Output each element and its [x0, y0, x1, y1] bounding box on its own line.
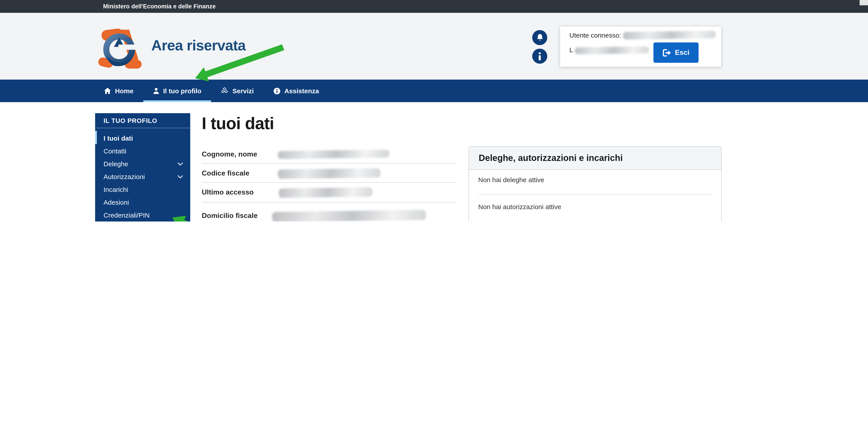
page-app-title: Area riservata: [151, 37, 246, 54]
user-name-redacted: [623, 31, 716, 40]
active-tab-underline: [143, 100, 211, 102]
services-cubes-icon: [221, 87, 228, 95]
connected-user-label: Utente connesso:: [569, 31, 621, 39]
main-nav: Home Il tuo profilo Servizi: [94, 79, 329, 102]
sidebar-item-contatti[interactable]: Contatti: [95, 144, 190, 158]
status-row: Non hai autorizzazioni attive: [478, 203, 561, 210]
user-code-redacted: [575, 46, 649, 55]
sidebar-item-label: Autorizzazioni: [103, 173, 145, 180]
logout-label: Esci: [675, 48, 689, 57]
user-code-prefix: L: [569, 46, 573, 54]
info-icon: [538, 52, 541, 60]
row-separator: [202, 163, 456, 164]
profile-row-label: Domicilio fiscale: [202, 212, 258, 220]
profile-row-label: Ultimo accesso: [202, 188, 254, 196]
sidebar-item-label: Incarichi: [103, 186, 128, 193]
chevron-down-icon: [177, 175, 183, 178]
logout-icon: [662, 49, 671, 56]
card-header: Deleghe, autorizzazioni e incarichi: [469, 147, 721, 170]
surname-name-redacted: [278, 149, 389, 159]
area-riservata-page: Ministero dell'Economia e delle Finanze …: [0, 0, 868, 222]
sidebar-item-label: I tuoi dati: [103, 134, 133, 142]
nav-item-assistenza[interactable]: Assistenza: [264, 79, 329, 102]
sidebar-item-label: Deleghe: [103, 160, 128, 168]
sidebar-menu: I tuoi dati Contatti Deleghe Autorizzazi…: [95, 132, 190, 222]
profile-sidebar: IL TUO PROFILO I tuoi dati Contatti Dele…: [95, 113, 190, 222]
row-separator: [202, 182, 456, 182]
sidebar-title: IL TUO PROFILO: [103, 117, 157, 124]
assistance-info-icon: [273, 87, 280, 94]
bell-icon: [536, 34, 544, 41]
sidebar-item-label: Credenziali/PIN: [103, 211, 150, 219]
nav-label: Servizi: [232, 87, 254, 95]
sidebar-item-autorizzazioni[interactable]: Autorizzazioni: [95, 170, 190, 183]
nav-label: Assistenza: [284, 87, 319, 95]
scrollbar-notch: [860, 0, 868, 5]
fiscal-domicile-redacted: [272, 210, 426, 222]
nav-label: Il tuo profilo: [163, 87, 201, 95]
sidebar-item-incarichi[interactable]: Incarichi: [95, 183, 190, 196]
home-icon: [104, 88, 111, 94]
ministry-label: Ministero dell'Economia e delle Finanze: [103, 0, 216, 13]
card-title: Deleghe, autorizzazioni e incarichi: [479, 153, 623, 163]
row-separator: [478, 195, 712, 195]
nav-label: Home: [115, 87, 133, 95]
sidebar-divider: [95, 128, 190, 128]
logout-button[interactable]: Esci: [653, 42, 699, 63]
sidebar-item-adesioni[interactable]: Adesioni: [95, 196, 190, 209]
deleghe-card: Deleghe, autorizzazioni e incarichi Non …: [468, 146, 721, 222]
last-access-redacted: [279, 187, 373, 198]
page-title: I tuoi dati: [202, 114, 274, 133]
user-icon: [153, 88, 159, 94]
sidebar-item-label: Contatti: [103, 147, 126, 155]
status-row: Non hai deleghe attive: [478, 176, 545, 183]
agenzia-entrate-logo: [98, 26, 143, 69]
sidebar-item-deleghe[interactable]: Deleghe: [95, 158, 190, 170]
nav-item-servizi[interactable]: Servizi: [211, 79, 264, 102]
sidebar-item-i-tuoi-dati[interactable]: I tuoi dati: [95, 132, 190, 144]
nav-item-home[interactable]: Home: [94, 79, 143, 102]
row-separator: [202, 202, 456, 203]
profile-row-label: Cognome, nome: [202, 150, 257, 158]
chevron-down-icon: [177, 162, 183, 166]
profile-row-label: Codice fiscale: [202, 169, 249, 177]
fiscal-code-redacted: [278, 168, 381, 179]
info-button[interactable]: [532, 48, 547, 64]
sidebar-item-label: Adesioni: [103, 199, 129, 206]
notifications-button[interactable]: [532, 30, 547, 45]
